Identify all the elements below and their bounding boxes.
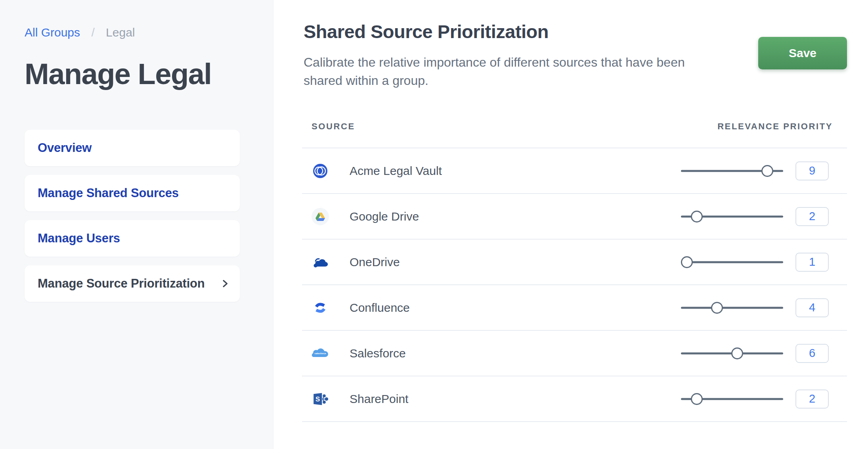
slider-thumb[interactable] [691,393,703,405]
table-row: OneDrive 1 [302,240,847,285]
slider-thumb[interactable] [761,165,773,177]
priority-slider[interactable] [681,347,783,360]
slider-track [681,307,783,309]
sidebar: All Groups / Legal Manage Legal Overview… [0,0,273,449]
google-drive-icon [312,208,329,225]
source-name: Google Drive [350,210,419,223]
slider-thumb[interactable] [691,211,703,223]
priority-slider[interactable] [681,301,783,314]
confluence-icon [312,299,329,317]
main-header-text: Shared Source Prioritization Calibrate t… [304,21,685,90]
svg-text:salesforce: salesforce [314,352,326,355]
svg-text:S: S [315,395,320,403]
table-header-row: SOURCE RELEVANCE PRIORITY [302,112,847,148]
table-body: Acme Legal Vault 9 Google Drive 2 OneDri… [302,148,847,422]
table-row: salesforce Salesforce 6 [302,331,847,376]
table-row: Acme Legal Vault 9 [302,148,847,194]
source-name: Salesforce [350,347,406,360]
column-header-source: SOURCE [312,121,355,132]
source-name: Confluence [350,301,410,315]
section-description: Calibrate the relative importance of dif… [304,53,685,90]
priority-value-input[interactable]: 6 [795,344,829,363]
section-title: Shared Source Prioritization [304,21,685,43]
priority-slider[interactable] [681,393,783,405]
table-row: S SharePoint 2 [302,376,847,422]
column-header-relevance-priority: RELEVANCE PRIORITY [717,121,833,132]
sidebar-menu: Overview Manage Shared Sources Manage Us… [25,130,240,302]
breadcrumb-current: Legal [106,26,135,39]
table-row: Confluence 4 [302,285,847,331]
sidebar-menu-item-label: Manage Users [38,231,120,246]
salesforce-icon: salesforce [312,345,329,362]
sidebar-menu-item-label: Overview [38,141,92,155]
slider-thumb[interactable] [731,347,743,359]
priority-value-input[interactable]: 2 [795,207,829,226]
slider-thumb[interactable] [681,256,693,268]
priority-value-input[interactable]: 1 [795,253,829,272]
page-title: Manage Legal [25,57,273,91]
section-description-line2: shared within a group. [304,71,685,90]
priority-slider[interactable] [681,256,783,269]
priority-slider[interactable] [681,165,783,177]
acme-legal-vault-icon [312,162,329,180]
source-priority-table: SOURCE RELEVANCE PRIORITY Acme Legal Vau… [302,112,847,422]
sharepoint-icon: S [312,390,329,408]
breadcrumb-link-all-groups[interactable]: All Groups [25,26,80,39]
table-row: Google Drive 2 [302,194,847,240]
main-header: Shared Source Prioritization Calibrate t… [304,0,847,90]
breadcrumb-separator: / [91,26,94,39]
priority-slider[interactable] [681,210,783,223]
section-description-line1: Calibrate the relative importance of dif… [304,53,685,71]
source-name: Acme Legal Vault [350,164,442,178]
sidebar-menu-item-manage-source-prioritization[interactable]: Manage Source Prioritization [25,265,240,302]
onedrive-icon [312,253,329,271]
priority-value-input[interactable]: 4 [795,298,829,317]
sidebar-menu-item-overview[interactable]: Overview [25,130,240,166]
sidebar-menu-item-label: Manage Shared Sources [38,186,179,200]
priority-value-input[interactable]: 9 [795,161,829,180]
save-button[interactable]: Save [758,37,847,69]
slider-track [681,261,783,263]
source-name: SharePoint [350,392,408,406]
sidebar-menu-item-label: Manage Source Prioritization [38,276,205,291]
sidebar-menu-item-manage-users[interactable]: Manage Users [25,220,240,257]
chevron-right-icon [221,279,229,288]
slider-thumb[interactable] [711,302,723,314]
breadcrumb: All Groups / Legal [25,25,273,40]
priority-value-input[interactable]: 2 [795,390,829,409]
source-name: OneDrive [350,255,400,269]
sidebar-menu-item-manage-shared-sources[interactable]: Manage Shared Sources [25,175,240,211]
main-panel: Shared Source Prioritization Calibrate t… [273,0,868,449]
